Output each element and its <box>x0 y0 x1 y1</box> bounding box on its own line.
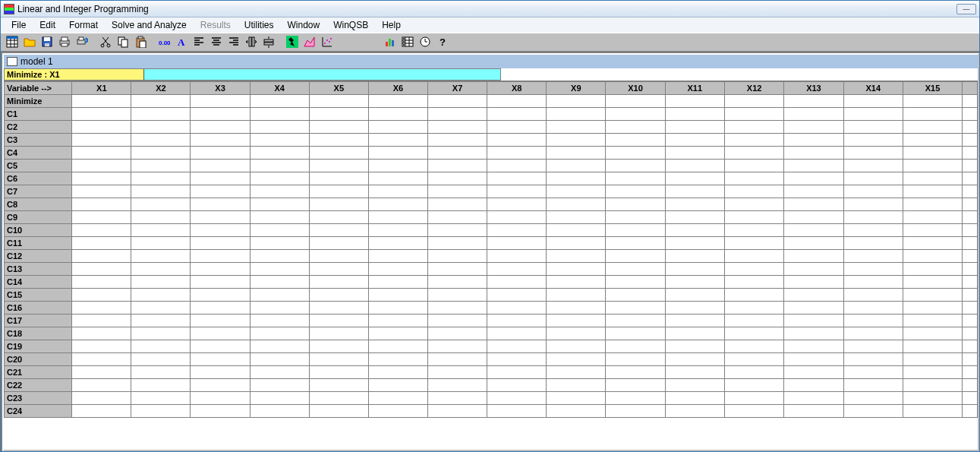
column-header[interactable] <box>963 82 978 95</box>
grid-cell[interactable] <box>191 353 250 366</box>
grid-cell[interactable] <box>72 250 131 263</box>
row-header[interactable]: C24 <box>5 405 72 418</box>
grid-cell[interactable] <box>547 276 606 289</box>
grid-cell[interactable] <box>547 327 606 340</box>
grid-cell[interactable] <box>784 121 843 134</box>
grid-cell[interactable] <box>843 366 903 379</box>
grid-cell[interactable] <box>903 302 962 315</box>
grid-cell[interactable] <box>784 237 843 250</box>
grid-cell[interactable] <box>665 302 724 315</box>
grid-cell[interactable] <box>191 121 250 134</box>
grid-cell[interactable] <box>843 353 903 366</box>
grid-cell[interactable] <box>547 289 606 302</box>
grid-cell[interactable] <box>72 108 131 121</box>
grid-cell[interactable] <box>665 160 724 172</box>
grid-cell[interactable] <box>963 366 978 379</box>
grid-cell[interactable] <box>963 224 978 237</box>
grid-cell[interactable] <box>724 276 783 289</box>
grid-cell[interactable] <box>784 302 843 315</box>
grid-cell[interactable] <box>784 160 843 172</box>
print-preview-button[interactable] <box>73 34 90 50</box>
grid-cell[interactable] <box>724 237 783 250</box>
grid-cell[interactable] <box>665 379 724 392</box>
grid-cell[interactable] <box>547 108 606 121</box>
grid-cell[interactable] <box>309 379 368 392</box>
grid-cell[interactable] <box>724 95 783 108</box>
grid-cell[interactable] <box>606 172 665 185</box>
grid-cell[interactable] <box>963 185 978 198</box>
grid-cell[interactable] <box>250 263 309 276</box>
grid-cell[interactable] <box>784 211 843 224</box>
grid-cell[interactable] <box>368 160 427 172</box>
grid-cell[interactable] <box>309 237 368 250</box>
grid-cell[interactable] <box>250 302 309 315</box>
align-left-button[interactable] <box>190 34 207 50</box>
grid-cell[interactable] <box>131 276 191 289</box>
table-view-button[interactable] <box>399 34 416 50</box>
grid-cell[interactable] <box>784 289 843 302</box>
grid-cell[interactable] <box>368 224 427 237</box>
grid-cell[interactable] <box>606 263 665 276</box>
grid-cell[interactable] <box>191 172 250 185</box>
grid-cell[interactable] <box>487 379 547 392</box>
grid-cell[interactable] <box>843 379 903 392</box>
grid-cell[interactable] <box>309 289 368 302</box>
grid-cell[interactable] <box>250 224 309 237</box>
grid-cell[interactable] <box>903 147 962 160</box>
grid-cell[interactable] <box>547 198 606 211</box>
grid-cell[interactable] <box>903 198 962 211</box>
grid-cell[interactable] <box>963 198 978 211</box>
grid-cell[interactable] <box>131 392 191 405</box>
grid-cell[interactable] <box>191 379 250 392</box>
grid-cell[interactable] <box>368 108 427 121</box>
grid-cell[interactable] <box>427 121 487 134</box>
grid-cell[interactable] <box>368 185 427 198</box>
grid-cell[interactable] <box>131 160 191 172</box>
grid-cell[interactable] <box>963 95 978 108</box>
grid-cell[interactable] <box>665 198 724 211</box>
grid-cell[interactable] <box>368 147 427 160</box>
grid-cell[interactable] <box>131 250 191 263</box>
menu-edit[interactable]: Edit <box>33 18 61 32</box>
grid-cell[interactable] <box>606 366 665 379</box>
row-header[interactable]: C19 <box>5 340 72 353</box>
row-header[interactable]: C6 <box>5 172 72 185</box>
row-header[interactable]: C20 <box>5 353 72 366</box>
clock-button[interactable] <box>416 34 433 50</box>
grid-cell[interactable] <box>547 353 606 366</box>
grid-cell[interactable] <box>724 224 783 237</box>
grid-cell[interactable] <box>903 340 962 353</box>
grid-cell[interactable] <box>487 185 547 198</box>
column-header[interactable]: X1 <box>72 82 131 95</box>
grid-cell[interactable] <box>606 353 665 366</box>
grid-cell[interactable] <box>784 327 843 340</box>
grid-cell[interactable] <box>309 392 368 405</box>
grid-cell[interactable] <box>131 302 191 315</box>
grid-cell[interactable] <box>309 250 368 263</box>
grid-cell[interactable] <box>724 250 783 263</box>
grid-cell[interactable] <box>606 185 665 198</box>
grid-cell[interactable] <box>487 392 547 405</box>
grid-cell[interactable] <box>963 289 978 302</box>
row-height-button[interactable] <box>260 34 277 50</box>
grid-cell[interactable] <box>191 276 250 289</box>
grid-cell[interactable] <box>191 160 250 172</box>
grid-corner[interactable]: Variable --> <box>5 82 72 95</box>
grid-cell[interactable] <box>191 366 250 379</box>
grid-cell[interactable] <box>487 121 547 134</box>
grid-cell[interactable] <box>724 211 783 224</box>
grid-cell[interactable] <box>547 237 606 250</box>
row-header[interactable]: C15 <box>5 289 72 302</box>
grid-cell[interactable] <box>963 392 978 405</box>
grid-cell[interactable] <box>547 147 606 160</box>
menu-file[interactable]: File <box>5 18 32 32</box>
grid-cell[interactable] <box>963 237 978 250</box>
grid-cell[interactable] <box>547 340 606 353</box>
grid-cell[interactable] <box>963 121 978 134</box>
grid-cell[interactable] <box>427 108 487 121</box>
grid-cell[interactable] <box>784 263 843 276</box>
grid-cell[interactable] <box>72 224 131 237</box>
grid-cell[interactable] <box>843 95 903 108</box>
grid-cell[interactable] <box>309 134 368 147</box>
grid-cell[interactable] <box>724 108 783 121</box>
